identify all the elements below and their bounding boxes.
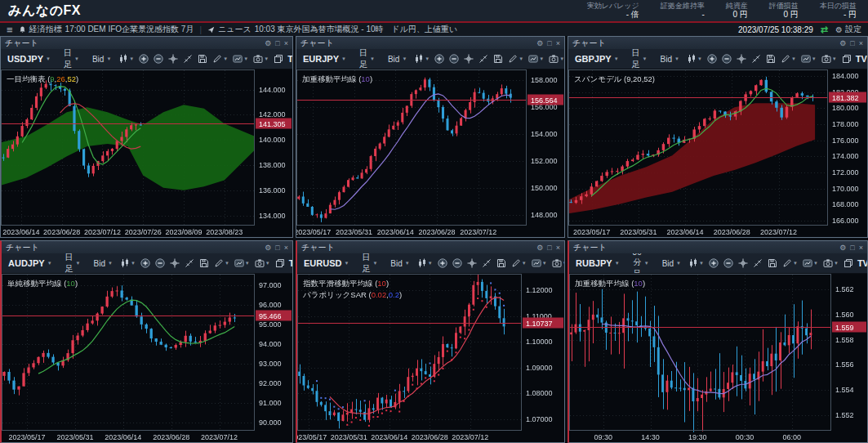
panel-settings-icon[interactable]: ⚙ — [536, 244, 543, 252]
pair-selector[interactable]: GBPJPY▼ — [572, 51, 622, 67]
panel-titlebar[interactable]: チャート ⚙ □ × — [569, 241, 867, 253]
indicators-icon[interactable]: ▼ — [232, 255, 252, 271]
measure-icon[interactable] — [180, 51, 195, 67]
save-icon[interactable] — [763, 51, 778, 67]
candlestick-chart[interactable] — [296, 69, 564, 237]
bid-ask-selector[interactable]: Bid▼ — [89, 51, 114, 67]
measure-icon[interactable] — [749, 51, 763, 67]
crosshair-icon[interactable] — [167, 255, 182, 271]
indicators-icon[interactable]: ▼ — [800, 255, 821, 271]
panel-close-icon[interactable]: × — [556, 39, 560, 47]
hamburger-menu-icon[interactable]: ≡ — [7, 24, 13, 36]
pair-selector[interactable]: RUBJPY▼ — [572, 255, 623, 271]
panel-close-icon[interactable]: × — [859, 39, 863, 47]
crosshair-icon[interactable] — [461, 51, 476, 67]
snapshot-icon[interactable]: ▼ — [819, 51, 839, 67]
panel-close-icon[interactable]: × — [859, 244, 863, 252]
save-icon[interactable] — [197, 255, 211, 271]
panel-settings-icon[interactable]: ⚙ — [265, 244, 271, 252]
timeframe-selector[interactable]: 日足▼ — [356, 51, 378, 67]
zoom-out-icon[interactable] — [447, 51, 461, 67]
panel-maximize-icon[interactable]: □ — [275, 39, 279, 47]
panel-maximize-icon[interactable]: □ — [275, 244, 279, 252]
save-icon[interactable] — [765, 255, 780, 271]
bid-ask-selector[interactable]: Bid▼ — [659, 255, 684, 271]
panel-maximize-icon[interactable]: □ — [547, 39, 551, 47]
layers-icon[interactable] — [273, 255, 287, 271]
panel-maximize-icon[interactable]: □ — [850, 244, 854, 252]
timeframe-selector[interactable]: 日足▼ — [629, 51, 651, 67]
chart-area[interactable]: 単純移動平均線 (10) — [2, 274, 292, 442]
candlestick-chart[interactable] — [568, 69, 867, 237]
indicators-icon[interactable]: ▼ — [230, 51, 251, 67]
panel-settings-icon[interactable]: ⚙ — [839, 39, 846, 47]
pair-selector[interactable]: EURJPY▼ — [300, 51, 349, 67]
chart-area[interactable]: 加重移動平均線 (10) — [296, 69, 564, 237]
panel-titlebar[interactable]: チャート ⚙ □ × — [1, 37, 292, 49]
zoom-in-icon[interactable] — [706, 255, 721, 271]
candle-type-icon[interactable]: ▼ — [118, 255, 138, 271]
candlestick-chart[interactable] — [2, 274, 292, 442]
chart-area[interactable]: 指数平滑移動平均線 (10)パラボリックSAR (0.02,0.2) — [297, 274, 564, 442]
panel-titlebar[interactable]: チャート ⚙ □ × — [568, 37, 867, 49]
pair-selector[interactable]: AUDJPY▼ — [5, 255, 56, 271]
indicators-icon[interactable]: ▼ — [526, 51, 546, 67]
chart-area[interactable]: 加重移動平均線 (10) — [569, 274, 867, 442]
candle-type-icon[interactable]: ▼ — [686, 255, 706, 271]
snapshot-icon[interactable]: ▼ — [550, 255, 564, 271]
zoom-in-icon[interactable] — [138, 255, 153, 271]
draw-icon[interactable]: ▼ — [509, 255, 529, 271]
timeframe-selector[interactable]: 日足▼ — [60, 51, 82, 67]
panel-close-icon[interactable]: × — [284, 244, 288, 252]
layers-icon[interactable] — [841, 255, 856, 271]
bid-ask-selector[interactable]: Bid▼ — [657, 51, 683, 67]
save-icon[interactable] — [494, 255, 509, 271]
measure-icon[interactable] — [476, 51, 491, 67]
draw-icon[interactable]: ▼ — [780, 255, 800, 271]
snapshot-icon[interactable]: ▼ — [251, 51, 271, 67]
measure-icon[interactable] — [750, 255, 765, 271]
draw-icon[interactable]: ▼ — [778, 51, 799, 67]
candle-type-icon[interactable]: ▼ — [684, 51, 705, 67]
zoom-out-icon[interactable] — [153, 255, 167, 271]
zoom-in-icon[interactable] — [136, 51, 151, 67]
save-icon[interactable] — [491, 51, 505, 67]
candle-type-icon[interactable]: ▼ — [415, 255, 435, 271]
draw-icon[interactable]: ▼ — [210, 51, 230, 67]
candlestick-chart[interactable] — [297, 274, 564, 442]
draw-icon[interactable]: ▼ — [505, 51, 526, 67]
candle-type-icon[interactable]: ▼ — [116, 51, 136, 67]
panel-close-icon[interactable]: × — [556, 244, 560, 252]
bid-ask-selector[interactable]: Bid▼ — [91, 255, 116, 271]
panel-titlebar[interactable]: チャート ⚙ □ × — [297, 241, 564, 253]
crosshair-icon[interactable] — [734, 51, 749, 67]
snapshot-icon[interactable]: ▼ — [821, 255, 841, 271]
measure-icon[interactable] — [479, 255, 494, 271]
chart-area[interactable]: 一目均衡表 (9,26,52) — [1, 69, 292, 237]
candlestick-chart[interactable] — [1, 69, 292, 237]
zoom-out-icon[interactable] — [151, 51, 166, 67]
crosshair-icon[interactable] — [736, 255, 750, 271]
panel-maximize-icon[interactable]: □ — [547, 244, 551, 252]
zoom-in-icon[interactable] — [432, 51, 447, 67]
candlestick-chart[interactable] — [569, 274, 867, 442]
panel-titlebar[interactable]: チャート ⚙ □ × — [2, 241, 292, 253]
zoom-out-icon[interactable] — [721, 255, 736, 271]
panel-settings-icon[interactable]: ⚙ — [839, 244, 846, 252]
timeframe-selector[interactable]: 日足▼ — [62, 255, 84, 271]
zoom-out-icon[interactable] — [450, 255, 465, 271]
zoom-in-icon[interactable] — [435, 255, 450, 271]
layers-icon[interactable] — [271, 51, 286, 67]
pair-selector[interactable]: EURUSD▼ — [300, 255, 352, 271]
panel-settings-icon[interactable]: ⚙ — [536, 39, 543, 47]
panel-titlebar[interactable]: チャート ⚙ □ × — [296, 37, 564, 49]
timeframe-selector[interactable]: 日足▼ — [358, 255, 381, 271]
save-icon[interactable] — [195, 51, 210, 67]
panel-settings-icon[interactable]: ⚙ — [265, 39, 271, 47]
timeframe-selector[interactable]: 30分足▼ — [630, 255, 652, 271]
indicators-icon[interactable]: ▼ — [799, 51, 819, 67]
snapshot-icon[interactable]: ▼ — [546, 51, 564, 67]
candle-type-icon[interactable]: ▼ — [412, 51, 432, 67]
transfer-arrows-icon[interactable]: ⇄ — [821, 25, 828, 35]
zoom-out-icon[interactable] — [719, 51, 734, 67]
